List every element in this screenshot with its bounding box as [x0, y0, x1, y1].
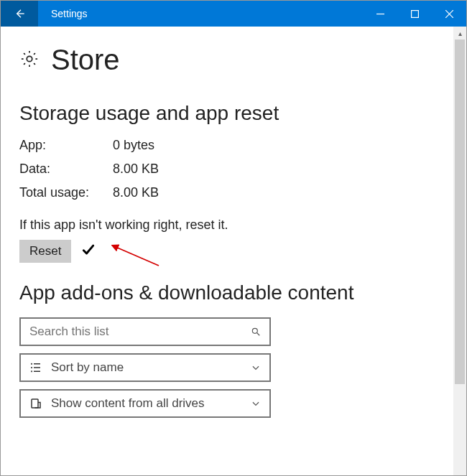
- svg-point-12: [32, 363, 32, 364]
- svg-rect-15: [32, 399, 38, 408]
- drive-icon: [28, 397, 44, 410]
- close-button[interactable]: [432, 1, 466, 27]
- svg-rect-2: [411, 10, 418, 17]
- drive-filter-label: Show content from all drives: [51, 396, 249, 411]
- total-value: 8.00 KB: [113, 185, 159, 200]
- svg-point-13: [32, 368, 32, 368]
- checkmark-icon: [81, 243, 96, 260]
- chevron-down-icon: [249, 363, 262, 373]
- table-row: App: 0 bytes: [19, 138, 448, 153]
- storage-table: App: 0 bytes Data: 8.00 KB Total usage: …: [19, 138, 448, 200]
- window-controls: [363, 1, 466, 27]
- svg-point-14: [32, 371, 32, 372]
- maximize-button[interactable]: [397, 1, 432, 27]
- reset-button[interactable]: Reset: [19, 240, 71, 263]
- reset-row: Reset: [19, 240, 448, 263]
- svg-point-7: [252, 328, 257, 333]
- gear-icon: [19, 49, 40, 72]
- page-title: Store: [51, 44, 120, 76]
- search-input[interactable]: [28, 324, 249, 340]
- section-heading-addons: App add-ons & downloadable content: [19, 281, 448, 304]
- table-row: Total usage: 8.00 KB: [19, 185, 448, 200]
- sort-dropdown[interactable]: Sort by name: [19, 353, 271, 382]
- search-input-container[interactable]: [19, 317, 271, 346]
- title-bar: Settings: [1, 1, 466, 27]
- section-heading-storage: Storage usage and app reset: [19, 102, 448, 125]
- app-label: App:: [19, 138, 113, 153]
- svg-line-8: [257, 333, 260, 336]
- sort-label: Sort by name: [51, 360, 249, 375]
- sort-icon: [28, 361, 44, 374]
- table-row: Data: 8.00 KB: [19, 162, 448, 177]
- svg-point-5: [27, 56, 32, 61]
- content-area: Store Storage usage and app reset App: 0…: [1, 27, 466, 475]
- total-label: Total usage:: [19, 185, 113, 200]
- data-label: Data:: [19, 162, 113, 177]
- drive-filter-dropdown[interactable]: Show content from all drives: [19, 389, 271, 418]
- data-value: 8.00 KB: [113, 162, 159, 177]
- search-icon: [249, 327, 262, 337]
- annotation-arrow-icon: [111, 244, 162, 273]
- minimize-button[interactable]: [363, 1, 397, 27]
- window-title: Settings: [38, 1, 363, 27]
- page-header: Store: [19, 44, 448, 76]
- chevron-down-icon: [249, 398, 262, 409]
- svg-line-6: [116, 247, 159, 266]
- back-button[interactable]: [1, 1, 38, 27]
- reset-hint: If this app isn't working right, reset i…: [19, 218, 448, 233]
- app-value: 0 bytes: [113, 138, 154, 153]
